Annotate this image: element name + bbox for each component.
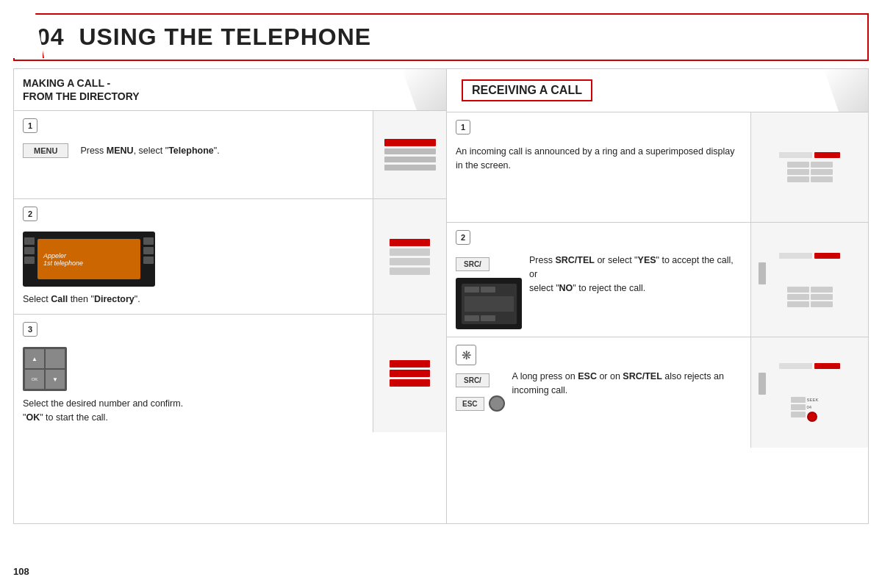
chapter-name: USING THE TELEPHONE xyxy=(79,24,371,50)
device-bar-red-3 xyxy=(814,363,840,369)
side-gray-btn-1 xyxy=(390,248,430,256)
screen-text-2: 1st telephone xyxy=(43,259,83,267)
device-btn-row-5 xyxy=(787,294,833,300)
step-3-side xyxy=(373,315,446,432)
device-illus-3: SEEK 04 xyxy=(757,363,862,422)
device-btn-grid-2 xyxy=(787,287,833,307)
nav-illustration: ▲ OK ▼ xyxy=(23,347,67,391)
step-number-1: 1 xyxy=(23,118,37,133)
side-red-btn-3 xyxy=(390,370,430,377)
device-bar-red-1 xyxy=(814,152,840,158)
step-1-side xyxy=(373,111,446,198)
screen-right-buttons xyxy=(143,237,154,264)
step-number-2: 2 xyxy=(23,207,37,221)
device-btn-3 xyxy=(787,169,809,175)
step-1-main: 1 MENU Press MENU, select "Telephone". xyxy=(14,111,373,198)
phone-btn-row-2 xyxy=(465,315,514,321)
receiving-step-3-text: A long press on ESC or on SRC/TEL also r… xyxy=(512,370,742,398)
receiving-step-1-side xyxy=(750,112,868,222)
right-panel-header: RECEIVING A CALL xyxy=(447,69,868,112)
device-btn-row-9 xyxy=(791,412,829,422)
menu-device-illus xyxy=(379,133,442,176)
esc-red-dot xyxy=(807,412,817,422)
nav-btn-up: ▲ xyxy=(25,349,44,368)
esc-area: ESC xyxy=(456,395,505,412)
device-btn-row-1 xyxy=(787,162,833,168)
screen-text-1: Appeler xyxy=(43,252,66,259)
side-buttons-2 xyxy=(390,239,430,275)
step-2-side xyxy=(373,199,446,314)
device-bar-white-2 xyxy=(779,253,812,259)
menu-bar-red xyxy=(384,139,436,146)
phone-btn-4 xyxy=(481,315,495,321)
screen-left-buttons xyxy=(24,237,35,264)
device-btn-13 xyxy=(791,397,806,403)
receiving-step-num-1: 1 xyxy=(456,120,470,135)
step-3-main: 3 ▲ OK ▼ Select the desired number and c… xyxy=(14,315,373,432)
receiving-step-1-text: An incoming call is announced by a ring … xyxy=(456,145,742,173)
page-number: 108 xyxy=(13,566,29,577)
mini-btn-2 xyxy=(24,247,35,254)
device-btn-15 xyxy=(791,412,806,417)
screen-inner: Appeler 1st telephone xyxy=(37,239,140,279)
device-btn-2 xyxy=(811,162,833,168)
menu-bar-gray-2 xyxy=(384,157,436,162)
mini-btn-4 xyxy=(143,237,154,245)
device-btn-1 xyxy=(787,162,809,168)
receiving-step-2-text: Press SRC/TEL or select "YES" to accept … xyxy=(529,254,734,295)
side-red-btn-1 xyxy=(390,239,430,246)
mini-btn-5 xyxy=(143,247,154,254)
left-panel-title: MAKING A CALL - FROM THE DIRECTORY xyxy=(23,76,437,103)
device-btn-5 xyxy=(787,176,809,182)
device-btn-11 xyxy=(787,301,809,307)
left-panel-header: MAKING A CALL - FROM THE DIRECTORY xyxy=(14,69,446,111)
phone-screen-inner xyxy=(462,284,517,324)
phone-btn-3 xyxy=(465,315,479,321)
chapter-title: 04 USING THE TELEPHONE xyxy=(29,24,853,51)
device-illus-1 xyxy=(757,152,862,182)
mini-btn-3 xyxy=(24,257,35,264)
chapter-number: 04 xyxy=(37,24,65,50)
receiving-step-row-2: 2 SRC/ xyxy=(447,223,868,337)
phone-btn-1 xyxy=(465,287,479,293)
step-2-main: 2 Appeler 1st telephone xyxy=(14,199,373,314)
menu-bar-gray-3 xyxy=(384,165,436,171)
receiving-step-row-1: 1 An incoming call is announced by a rin… xyxy=(447,112,868,223)
device-btn-grid-1 xyxy=(787,162,833,182)
device-bar-red-2 xyxy=(814,253,840,259)
device-btn-12 xyxy=(811,301,833,307)
receiving-step-num-2: 2 xyxy=(456,230,470,245)
device-btn-row-3 xyxy=(787,176,833,182)
device-btn-10 xyxy=(811,294,833,300)
device-top-bar-2 xyxy=(779,253,840,259)
phone-btn-row-1 xyxy=(465,287,514,293)
step-3-text: Select the desired number and confirm. "… xyxy=(23,397,364,425)
step-row-3: 3 ▲ OK ▼ Select the desired number and c… xyxy=(14,315,446,432)
nav-btn-ok: OK xyxy=(25,370,44,389)
side-gray-btn-3 xyxy=(390,268,430,275)
receiving-step-2-side xyxy=(750,223,868,337)
step-row-2: 2 Appeler 1st telephone xyxy=(14,199,446,315)
device-btn-9 xyxy=(787,294,809,300)
device-top-bar-1 xyxy=(779,152,840,158)
mini-btn-6 xyxy=(143,257,154,264)
receiving-step-2-main: 2 SRC/ xyxy=(447,223,750,337)
device-btn-8 xyxy=(811,287,833,293)
side-red-btn-4 xyxy=(390,379,430,387)
nav-btn-down: ▼ xyxy=(46,370,65,389)
esc-circle xyxy=(489,395,505,412)
device-btn-row-4 xyxy=(787,287,833,293)
side-gray-btn-2 xyxy=(390,258,430,265)
receiving-step-row-3: ❋ SRC/ ESC A long press on ESC or on SRC… xyxy=(447,337,868,448)
phone-btn-2 xyxy=(481,287,495,293)
step-1-text: Press MENU, select "Telephone". xyxy=(80,144,219,158)
left-panel: MAKING A CALL - FROM THE DIRECTORY 1 MEN… xyxy=(13,68,447,524)
menu-bar-gray-1 xyxy=(384,148,436,154)
device-btn-row-2 xyxy=(787,169,833,175)
device-illus-2 xyxy=(757,253,862,307)
right-panel: RECEIVING A CALL 1 An incoming call is a… xyxy=(447,68,869,524)
right-panel-title: RECEIVING A CALL xyxy=(462,79,592,101)
device-btn-4 xyxy=(811,169,833,175)
device-btn-row-7: SEEK xyxy=(791,397,829,403)
device-btn-6 xyxy=(811,176,833,182)
